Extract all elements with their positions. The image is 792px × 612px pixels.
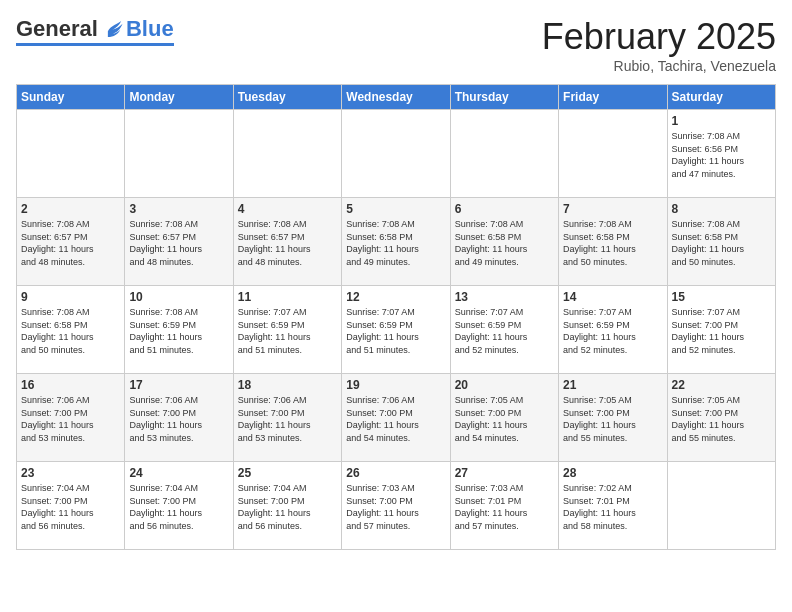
calendar-cell: [342, 110, 450, 198]
day-info: Sunrise: 7:08 AM Sunset: 6:58 PM Dayligh…: [346, 218, 445, 268]
day-info: Sunrise: 7:07 AM Sunset: 6:59 PM Dayligh…: [563, 306, 662, 356]
day-number: 14: [563, 290, 662, 304]
day-info: Sunrise: 7:07 AM Sunset: 6:59 PM Dayligh…: [238, 306, 337, 356]
calendar-cell: 1Sunrise: 7:08 AM Sunset: 6:56 PM Daylig…: [667, 110, 775, 198]
day-number: 20: [455, 378, 554, 392]
logo: General Blue: [16, 16, 174, 46]
calendar-cell: 3Sunrise: 7:08 AM Sunset: 6:57 PM Daylig…: [125, 198, 233, 286]
calendar-week-4: 16Sunrise: 7:06 AM Sunset: 7:00 PM Dayli…: [17, 374, 776, 462]
calendar-cell: 8Sunrise: 7:08 AM Sunset: 6:58 PM Daylig…: [667, 198, 775, 286]
day-number: 18: [238, 378, 337, 392]
day-info: Sunrise: 7:06 AM Sunset: 7:00 PM Dayligh…: [129, 394, 228, 444]
calendar-cell: 5Sunrise: 7:08 AM Sunset: 6:58 PM Daylig…: [342, 198, 450, 286]
day-number: 21: [563, 378, 662, 392]
day-info: Sunrise: 7:03 AM Sunset: 7:01 PM Dayligh…: [455, 482, 554, 532]
day-number: 1: [672, 114, 771, 128]
day-info: Sunrise: 7:04 AM Sunset: 7:00 PM Dayligh…: [238, 482, 337, 532]
calendar-week-2: 2Sunrise: 7:08 AM Sunset: 6:57 PM Daylig…: [17, 198, 776, 286]
day-number: 4: [238, 202, 337, 216]
logo-general: General: [16, 16, 98, 42]
calendar-week-3: 9Sunrise: 7:08 AM Sunset: 6:58 PM Daylig…: [17, 286, 776, 374]
calendar-cell: 11Sunrise: 7:07 AM Sunset: 6:59 PM Dayli…: [233, 286, 341, 374]
title-block: February 2025 Rubio, Tachira, Venezuela: [542, 16, 776, 74]
day-number: 2: [21, 202, 120, 216]
day-info: Sunrise: 7:08 AM Sunset: 6:57 PM Dayligh…: [21, 218, 120, 268]
day-info: Sunrise: 7:07 AM Sunset: 6:59 PM Dayligh…: [346, 306, 445, 356]
calendar-cell: 4Sunrise: 7:08 AM Sunset: 6:57 PM Daylig…: [233, 198, 341, 286]
day-number: 23: [21, 466, 120, 480]
calendar-cell: 23Sunrise: 7:04 AM Sunset: 7:00 PM Dayli…: [17, 462, 125, 550]
calendar-cell: 13Sunrise: 7:07 AM Sunset: 6:59 PM Dayli…: [450, 286, 558, 374]
calendar-header: SundayMondayTuesdayWednesdayThursdayFrid…: [17, 85, 776, 110]
day-number: 13: [455, 290, 554, 304]
day-number: 26: [346, 466, 445, 480]
calendar-cell: 19Sunrise: 7:06 AM Sunset: 7:00 PM Dayli…: [342, 374, 450, 462]
day-number: 25: [238, 466, 337, 480]
day-info: Sunrise: 7:02 AM Sunset: 7:01 PM Dayligh…: [563, 482, 662, 532]
day-info: Sunrise: 7:07 AM Sunset: 6:59 PM Dayligh…: [455, 306, 554, 356]
calendar-cell: [17, 110, 125, 198]
day-number: 12: [346, 290, 445, 304]
location: Rubio, Tachira, Venezuela: [542, 58, 776, 74]
day-info: Sunrise: 7:03 AM Sunset: 7:00 PM Dayligh…: [346, 482, 445, 532]
logo-blue: Blue: [126, 16, 174, 42]
month-title: February 2025: [542, 16, 776, 58]
day-info: Sunrise: 7:04 AM Sunset: 7:00 PM Dayligh…: [21, 482, 120, 532]
day-number: 15: [672, 290, 771, 304]
logo-underline: [16, 43, 174, 46]
calendar-cell: 28Sunrise: 7:02 AM Sunset: 7:01 PM Dayli…: [559, 462, 667, 550]
day-info: Sunrise: 7:06 AM Sunset: 7:00 PM Dayligh…: [346, 394, 445, 444]
calendar-cell: 16Sunrise: 7:06 AM Sunset: 7:00 PM Dayli…: [17, 374, 125, 462]
calendar-header-wednesday: Wednesday: [342, 85, 450, 110]
day-info: Sunrise: 7:07 AM Sunset: 7:00 PM Dayligh…: [672, 306, 771, 356]
calendar-header-monday: Monday: [125, 85, 233, 110]
day-number: 6: [455, 202, 554, 216]
day-info: Sunrise: 7:08 AM Sunset: 6:57 PM Dayligh…: [129, 218, 228, 268]
day-info: Sunrise: 7:04 AM Sunset: 7:00 PM Dayligh…: [129, 482, 228, 532]
day-number: 19: [346, 378, 445, 392]
day-info: Sunrise: 7:08 AM Sunset: 6:58 PM Dayligh…: [455, 218, 554, 268]
calendar-cell: [233, 110, 341, 198]
calendar-cell: [125, 110, 233, 198]
day-info: Sunrise: 7:08 AM Sunset: 6:58 PM Dayligh…: [672, 218, 771, 268]
calendar-cell: 24Sunrise: 7:04 AM Sunset: 7:00 PM Dayli…: [125, 462, 233, 550]
calendar-week-5: 23Sunrise: 7:04 AM Sunset: 7:00 PM Dayli…: [17, 462, 776, 550]
calendar-week-1: 1Sunrise: 7:08 AM Sunset: 6:56 PM Daylig…: [17, 110, 776, 198]
day-info: Sunrise: 7:05 AM Sunset: 7:00 PM Dayligh…: [563, 394, 662, 444]
calendar-cell: 10Sunrise: 7:08 AM Sunset: 6:59 PM Dayli…: [125, 286, 233, 374]
day-info: Sunrise: 7:06 AM Sunset: 7:00 PM Dayligh…: [21, 394, 120, 444]
calendar-cell: 12Sunrise: 7:07 AM Sunset: 6:59 PM Dayli…: [342, 286, 450, 374]
calendar-cell: 14Sunrise: 7:07 AM Sunset: 6:59 PM Dayli…: [559, 286, 667, 374]
day-number: 24: [129, 466, 228, 480]
calendar-cell: 21Sunrise: 7:05 AM Sunset: 7:00 PM Dayli…: [559, 374, 667, 462]
day-info: Sunrise: 7:05 AM Sunset: 7:00 PM Dayligh…: [455, 394, 554, 444]
calendar-cell: 7Sunrise: 7:08 AM Sunset: 6:58 PM Daylig…: [559, 198, 667, 286]
day-number: 3: [129, 202, 228, 216]
day-number: 11: [238, 290, 337, 304]
day-info: Sunrise: 7:08 AM Sunset: 6:57 PM Dayligh…: [238, 218, 337, 268]
day-info: Sunrise: 7:06 AM Sunset: 7:00 PM Dayligh…: [238, 394, 337, 444]
calendar-cell: 15Sunrise: 7:07 AM Sunset: 7:00 PM Dayli…: [667, 286, 775, 374]
day-info: Sunrise: 7:08 AM Sunset: 6:58 PM Dayligh…: [563, 218, 662, 268]
day-number: 17: [129, 378, 228, 392]
calendar-cell: 2Sunrise: 7:08 AM Sunset: 6:57 PM Daylig…: [17, 198, 125, 286]
calendar-cell: 20Sunrise: 7:05 AM Sunset: 7:00 PM Dayli…: [450, 374, 558, 462]
day-info: Sunrise: 7:08 AM Sunset: 6:56 PM Dayligh…: [672, 130, 771, 180]
calendar-cell: [450, 110, 558, 198]
calendar-cell: 25Sunrise: 7:04 AM Sunset: 7:00 PM Dayli…: [233, 462, 341, 550]
day-number: 22: [672, 378, 771, 392]
day-number: 28: [563, 466, 662, 480]
calendar-header-sunday: Sunday: [17, 85, 125, 110]
day-number: 8: [672, 202, 771, 216]
calendar-header-friday: Friday: [559, 85, 667, 110]
calendar-table: SundayMondayTuesdayWednesdayThursdayFrid…: [16, 84, 776, 550]
calendar-cell: 27Sunrise: 7:03 AM Sunset: 7:01 PM Dayli…: [450, 462, 558, 550]
calendar-header-tuesday: Tuesday: [233, 85, 341, 110]
day-info: Sunrise: 7:05 AM Sunset: 7:00 PM Dayligh…: [672, 394, 771, 444]
day-number: 9: [21, 290, 120, 304]
calendar-header-saturday: Saturday: [667, 85, 775, 110]
calendar-cell: 22Sunrise: 7:05 AM Sunset: 7:00 PM Dayli…: [667, 374, 775, 462]
calendar-cell: 18Sunrise: 7:06 AM Sunset: 7:00 PM Dayli…: [233, 374, 341, 462]
day-info: Sunrise: 7:08 AM Sunset: 6:58 PM Dayligh…: [21, 306, 120, 356]
calendar-cell: [667, 462, 775, 550]
